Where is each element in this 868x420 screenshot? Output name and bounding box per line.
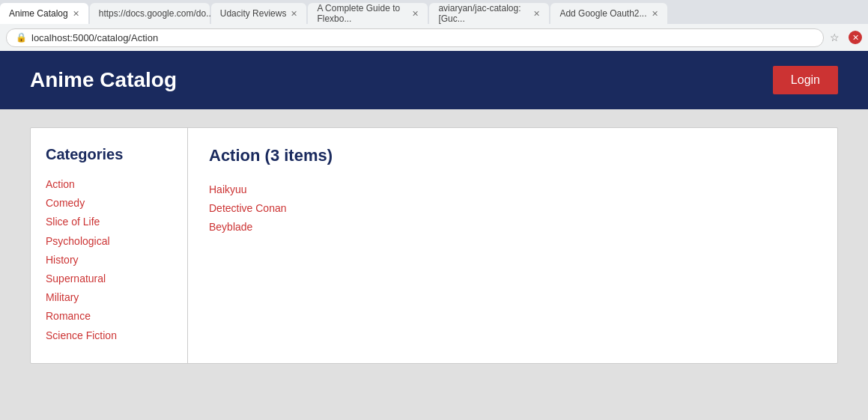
tab-2[interactable]: https://docs.google.com/do... ✕ <box>90 3 210 24</box>
tab-5[interactable]: aviaryan/jac-catalog: [Guc... ✕ <box>429 3 549 24</box>
sidebar-title: Categories <box>46 146 172 163</box>
browser-chrome: Anime Catalog ✕ https://docs.google.com/… <box>0 0 868 51</box>
tab-5-label: aviaryan/jac-catalog: [Guc... <box>438 3 529 24</box>
tab-6[interactable]: Add Google Oauth2... ✕ <box>550 3 667 24</box>
catalog-container: Categories Action Comedy Slice of Life P… <box>30 127 838 364</box>
tab-close-icon[interactable]: ✕ <box>73 9 79 19</box>
anime-detective-conan[interactable]: Detective Conan <box>209 199 816 218</box>
category-science-fiction[interactable]: Science Fiction <box>46 326 172 345</box>
main-content: Categories Action Comedy Slice of Life P… <box>0 109 868 382</box>
active-tab[interactable]: Anime Catalog ✕ <box>0 3 88 24</box>
close-button[interactable]: ✕ <box>849 31 862 44</box>
login-button[interactable]: Login <box>773 66 838 94</box>
tab-3[interactable]: Udacity Reviews ✕ <box>211 3 307 24</box>
tab-2-label: https://docs.google.com/do... <box>99 8 213 19</box>
tab-4-close-icon[interactable]: ✕ <box>412 9 419 19</box>
tab-6-label: Add Google Oauth2... <box>559 8 646 19</box>
category-comedy[interactable]: Comedy <box>46 194 172 213</box>
address-bar-row: 🔒 localhost:5000/catalog/Action ☆ ✕ <box>0 24 868 51</box>
tab-4[interactable]: A Complete Guide to Flexbo... ✕ <box>308 3 428 24</box>
category-supernatural[interactable]: Supernatural <box>46 270 172 288</box>
tab-4-label: A Complete Guide to Flexbo... <box>317 3 407 24</box>
category-slice-of-life[interactable]: Slice of Life <box>46 213 172 231</box>
category-military[interactable]: Military <box>46 288 172 307</box>
address-bar[interactable]: 🔒 localhost:5000/catalog/Action <box>6 28 824 47</box>
category-history[interactable]: History <box>46 251 172 270</box>
tab-3-close-icon[interactable]: ✕ <box>291 9 297 19</box>
anime-beyblade[interactable]: Beyblade <box>209 218 816 237</box>
tab-label: Anime Catalog <box>9 8 68 19</box>
tab-5-close-icon[interactable]: ✕ <box>533 9 540 19</box>
url-text: localhost:5000/catalog/Action <box>31 32 158 43</box>
tab-bar: Anime Catalog ✕ https://docs.google.com/… <box>0 0 868 24</box>
anime-haikyuu[interactable]: Haikyuu <box>209 180 816 199</box>
lock-icon: 🔒 <box>16 32 27 43</box>
tab-3-label: Udacity Reviews <box>220 8 287 19</box>
bookmark-icon[interactable]: ☆ <box>830 31 840 43</box>
category-psychological[interactable]: Psychological <box>46 232 172 251</box>
app-header: Anime Catalog Login <box>0 51 868 109</box>
tab-6-close-icon[interactable]: ✕ <box>652 9 658 19</box>
content-area: Action (3 items) Haikyuu Detective Conan… <box>188 128 837 363</box>
category-romance[interactable]: Romance <box>46 307 172 326</box>
app-title: Anime Catalog <box>30 68 177 92</box>
sidebar: Categories Action Comedy Slice of Life P… <box>31 128 188 363</box>
content-title: Action (3 items) <box>209 146 816 165</box>
category-action[interactable]: Action <box>46 175 172 194</box>
